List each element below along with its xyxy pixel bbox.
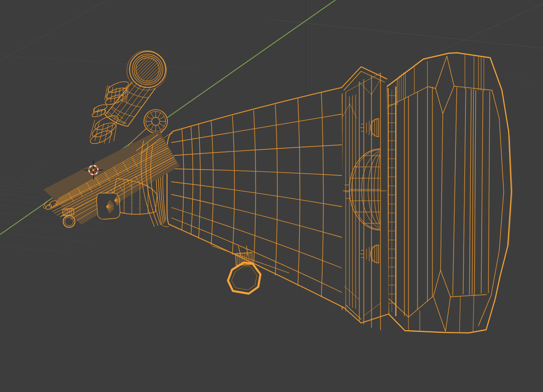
3d-viewport[interactable]	[0, 0, 543, 392]
muzzle	[43, 199, 59, 211]
grid-line	[424, 4, 543, 59]
sling-loop-ring	[228, 263, 260, 294]
wireframe-model-sniper-rifle[interactable]	[43, 51, 512, 333]
object-origin-dot	[93, 169, 95, 171]
recoil-pad[interactable]	[385, 53, 512, 333]
stock-cone[interactable]	[156, 88, 344, 308]
grid-line	[271, 19, 543, 48]
rear-face[interactable]	[341, 67, 389, 330]
grid-line	[0, 0, 106, 61]
magazine-plate	[97, 193, 121, 219]
grid-line	[510, 74, 543, 87]
viewport-canvas[interactable]	[0, 0, 543, 392]
